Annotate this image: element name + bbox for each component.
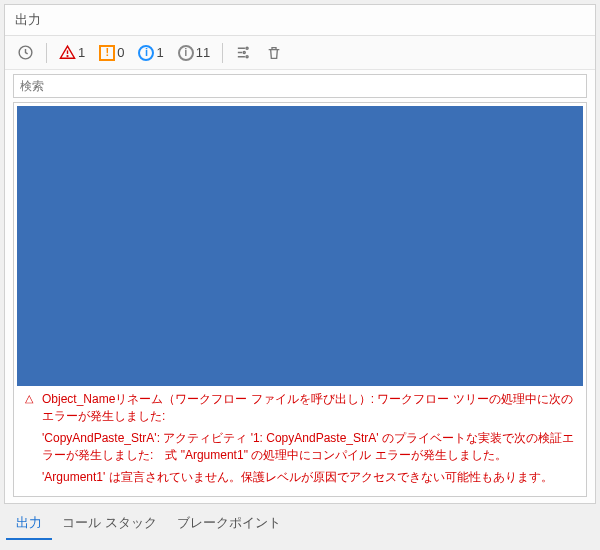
- svg-point-2: [246, 47, 248, 49]
- panel-title: 出力: [5, 5, 595, 36]
- output-content[interactable]: △ Object_Nameリネーム（ワークフロー ファイルを呼び出し）: ワーク…: [13, 102, 587, 497]
- warning-icon: !: [99, 45, 115, 61]
- sliders-icon: [235, 44, 252, 61]
- clear-button[interactable]: [262, 43, 286, 63]
- trash-icon: [266, 45, 282, 61]
- log-entry[interactable]: 'Argument1' は宣言されていません。保護レベルが原因でアクセスできない…: [14, 467, 586, 488]
- bottom-tabs: 出力 コール スタック ブレークポイント: [0, 508, 600, 540]
- tab-breakpoints[interactable]: ブレークポイント: [167, 508, 291, 540]
- settings-button[interactable]: [231, 42, 256, 63]
- info-filter[interactable]: i 1: [134, 43, 167, 63]
- info-icon: i: [138, 45, 154, 61]
- error-icon: [59, 44, 76, 61]
- separator: [46, 43, 47, 63]
- svg-point-4: [246, 56, 248, 58]
- error-triangle-icon: △: [22, 391, 36, 407]
- log-entry[interactable]: △ Object_Nameリネーム（ワークフロー ファイルを呼び出し）: ワーク…: [14, 389, 586, 428]
- clock-button[interactable]: [13, 42, 38, 63]
- separator: [222, 43, 223, 63]
- log-entry[interactable]: 'CopyAndPaste_StrA': アクティビティ '1: CopyAnd…: [14, 428, 586, 467]
- warning-filter[interactable]: ! 0: [95, 43, 128, 63]
- error-count: 1: [78, 45, 85, 60]
- output-panel: 出力 1 ! 0 i 1 i: [4, 4, 596, 504]
- selected-region[interactable]: [17, 106, 583, 386]
- tab-output[interactable]: 出力: [6, 508, 52, 540]
- warning-count: 0: [117, 45, 124, 60]
- svg-point-3: [243, 51, 245, 53]
- detail-filter[interactable]: i 11: [174, 43, 214, 63]
- output-toolbar: 1 ! 0 i 1 i 11: [5, 36, 595, 70]
- svg-point-1: [67, 56, 68, 57]
- tab-callstack[interactable]: コール スタック: [52, 508, 167, 540]
- log-text: Object_Nameリネーム（ワークフロー ファイルを呼び出し）: ワークフロ…: [42, 391, 580, 426]
- error-filter[interactable]: 1: [55, 42, 89, 63]
- log-text: 'Argument1' は宣言されていません。保護レベルが原因でアクセスできない…: [42, 469, 580, 486]
- detail-icon: i: [178, 45, 194, 61]
- log-text: 'CopyAndPaste_StrA': アクティビティ '1: CopyAnd…: [42, 430, 580, 465]
- info-count: 1: [156, 45, 163, 60]
- search-wrap: [5, 70, 595, 102]
- detail-count: 11: [196, 45, 210, 60]
- clock-icon: [17, 44, 34, 61]
- search-input[interactable]: [13, 74, 587, 98]
